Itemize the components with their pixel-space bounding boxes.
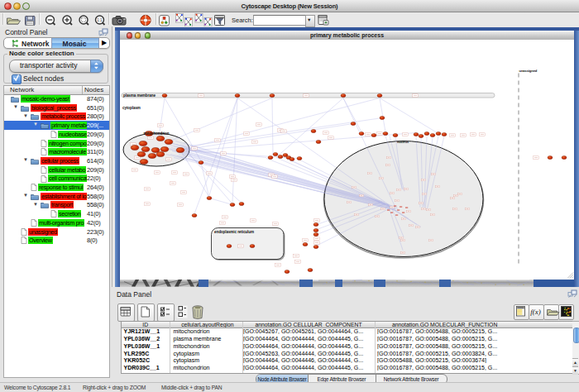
svg-text:mitochondrion: mitochondrion (144, 131, 170, 136)
svg-text:1:1: 1:1 (97, 18, 103, 22)
svg-text:plasma membrane: plasma membrane (123, 93, 156, 98)
svg-text:nucleus: nucleus (397, 140, 409, 144)
svg-text:f(x): f(x) (530, 308, 541, 316)
svg-text:endoplasmic reticulum: endoplasmic reticulum (214, 229, 254, 233)
svg-text:cytoplasm: cytoplasm (122, 106, 141, 110)
svg-text:unassigned: unassigned (519, 69, 538, 73)
